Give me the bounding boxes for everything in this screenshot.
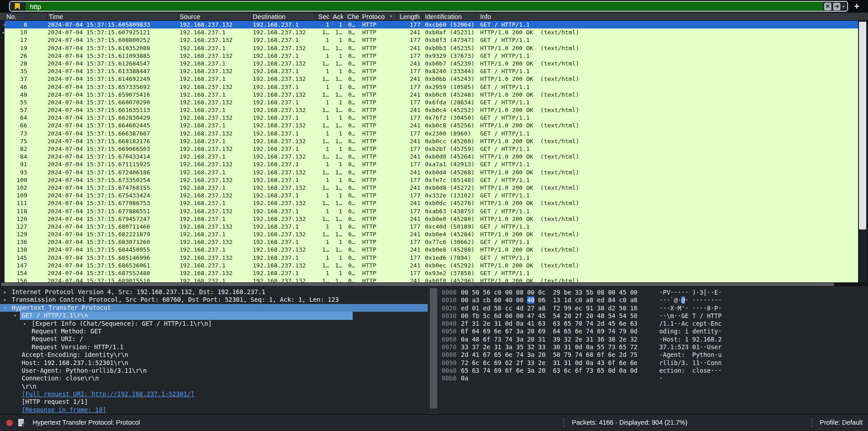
expand-arrow-icon[interactable]: ▸: [4, 296, 7, 304]
packet-cell-len: 241: [397, 44, 423, 52]
hex-row[interactable]: 00600a 48 6f 73 74 3a 20 31 39 32 2e 31 …: [442, 336, 868, 343]
packet-row[interactable]: 1182024-07-04 15:37:15.677886551192.168.…: [0, 207, 858, 215]
packet-row[interactable]: 1362024-07-04 15:37:15.683071260192.168.…: [0, 238, 858, 246]
detail-line[interactable]: [Response in frame: 10]: [0, 406, 429, 414]
packet-row[interactable]: 192024-07-04 15:37:15.610352088192.168.2…: [0, 44, 858, 52]
packet-row[interactable]: 842024-07-04 15:37:15.670433414192.168.2…: [0, 153, 858, 160]
detail-line[interactable]: Accept-Encoding: identity\r\n: [0, 351, 429, 359]
packet-row[interactable]: 1452024-07-04 15:37:15.685146996192.168.…: [0, 254, 858, 262]
column-header-len[interactable]: Length: [397, 13, 423, 20]
packet-row[interactable]: 1382024-07-04 15:37:15.684450955192.168.…: [0, 246, 858, 253]
apply-filter-button[interactable]: ➜: [833, 3, 840, 10]
packet-row[interactable]: 282024-07-04 15:37:15.612684547192.168.2…: [0, 60, 858, 67]
add-filter-button[interactable]: +: [852, 1, 862, 11]
detail-line[interactable]: ▾Hypertext Transfer Protocol: [0, 304, 429, 312]
packet-row[interactable]: 642024-07-04 15:37:15.662830429192.168.2…: [0, 114, 858, 122]
bookmark-button[interactable]: [10, 2, 25, 11]
scrollbar-thumb[interactable]: [1, 283, 834, 286]
packet-cell-ident: 0xb0d0 (45264): [423, 153, 476, 160]
details-vertical-scrollbar[interactable]: [429, 286, 439, 414]
hex-row[interactable]: 00a065 63 74 69 6f 6e 3a 20 63 6c 6f 73 …: [442, 367, 868, 375]
packet-row[interactable]: 662024-07-04 15:37:15.664602445192.168.2…: [0, 122, 858, 129]
column-header-dst[interactable]: Destination: [252, 13, 316, 20]
detail-line[interactable]: Host: 192.168.237.1:52301\r\n: [0, 359, 429, 367]
detail-line[interactable]: Request URI: /: [0, 335, 429, 343]
packet-row[interactable]: 1092024-07-04 15:37:15.675433424192.168.…: [0, 192, 858, 199]
packet-row[interactable]: 482024-07-04 15:37:15.659075416192.168.2…: [0, 91, 858, 98]
packet-row[interactable]: 822024-07-04 15:37:15.669066503192.168.2…: [0, 145, 858, 153]
detail-line[interactable]: [Full request URI: http://192.168.237.1:…: [0, 390, 429, 398]
detail-line[interactable]: \r\n: [0, 383, 429, 390]
detail-line[interactable]: ▾GET / HTTP/1.1\r\n: [0, 312, 429, 319]
detail-line[interactable]: ▸Internet Protocol Version 4, Src: 192.1…: [0, 288, 429, 296]
expert-info-icon[interactable]: [6, 420, 13, 426]
packet-cell-no: 73: [5, 130, 47, 137]
packet-row[interactable]: 1002024-07-04 15:37:15.673350254192.168.…: [0, 176, 858, 184]
packet-row[interactable]: 352024-07-04 15:37:15.613388447192.168.2…: [0, 67, 858, 75]
packet-row[interactable]: 732024-07-04 15:37:15.666387667192.168.2…: [0, 130, 858, 137]
packet-row[interactable]: 572024-07-04 15:37:15.661635113192.168.2…: [0, 106, 858, 114]
detail-line[interactable]: [HTTP request 1/1]: [0, 398, 429, 406]
hex-row[interactable]: 000000 50 56 c0 00 08 00 0c 29 be 33 5b …: [442, 289, 868, 296]
detail-line[interactable]: ▸Transmission Control Protocol, Src Port…: [0, 296, 429, 304]
hex-row[interactable]: 00802d 41 67 65 6e 74 3a 20 50 79 74 68 …: [442, 351, 868, 359]
packet-row[interactable]: 1542024-07-04 15:37:15.687552480192.168.…: [0, 269, 858, 277]
packet-row[interactable]: 752024-07-04 15:37:15.668182176192.168.2…: [0, 137, 858, 145]
packet-row[interactable]: 1202024-07-04 15:37:15.679457247192.168.…: [0, 215, 858, 223]
chevron-down-icon[interactable]: ▾: [842, 4, 844, 9]
clear-filter-button[interactable]: ✕: [824, 3, 831, 10]
detail-line[interactable]: Request Method: GET: [0, 328, 429, 335]
packet-row[interactable]: ←102024-07-04 15:37:15.607925121192.168.…: [0, 28, 858, 36]
detail-line[interactable]: Request Version: HTTP/1.1: [0, 343, 429, 351]
hex-row[interactable]: 00b00a ·: [442, 375, 868, 382]
column-header-no[interactable]: No.: [0, 13, 47, 20]
packet-row[interactable]: 1112024-07-04 15:37:15.677086753192.168.…: [0, 199, 858, 207]
column-header-seq[interactable]: Sec: [316, 13, 330, 20]
packet-row[interactable]: 1292024-07-04 15:37:15.682221879192.168.…: [0, 230, 858, 238]
packet-row[interactable]: 1022024-07-04 15:37:15.674768155192.168.…: [0, 184, 858, 192]
capture-comment-icon[interactable]: [18, 419, 24, 426]
packet-list-horizontal-scrollbar[interactable]: [0, 282, 858, 286]
hex-row[interactable]: 009072 6c 6c 69 62 2f 33 2e 31 31 0d 0a …: [442, 359, 868, 367]
column-header-time[interactable]: Time: [47, 13, 179, 20]
column-header-proto[interactable]: Protoco▼: [360, 13, 397, 20]
collapse-arrow-icon[interactable]: ▾: [4, 304, 7, 312]
display-filter-input[interactable]: http: [25, 2, 823, 11]
packet-row[interactable]: 1562024-07-04 15:37:15.689015510192.168.…: [0, 277, 858, 282]
hex-row[interactable]: 001000 a3 cb 60 40 00 40 06 13 1d c0 a8 …: [442, 296, 868, 304]
detail-link[interactable]: [Response in frame: 10]: [22, 406, 106, 414]
packet-list-vertical-scrollbar[interactable]: [858, 21, 867, 282]
column-header-ident[interactable]: Identification: [423, 13, 476, 20]
profile-selector[interactable]: Profile: Default: [820, 419, 863, 426]
detail-link[interactable]: [Full request URI: http://192.168.237.1:…: [22, 390, 194, 398]
scrollbar-thumb[interactable]: [859, 22, 866, 230]
collapse-arrow-icon[interactable]: ▾: [14, 312, 17, 319]
packet-row[interactable]: 912024-07-04 15:37:15.671115925192.168.2…: [0, 160, 858, 168]
detail-line[interactable]: User-Agent: Python-urllib/3.11\r\n: [0, 367, 429, 375]
column-header-chk[interactable]: Che: [344, 13, 360, 20]
packet-row[interactable]: 552024-07-04 15:37:15.660070290192.168.2…: [0, 98, 858, 106]
packet-row[interactable]: 262024-07-04 15:37:15.611093885192.168.2…: [0, 52, 858, 60]
packet-row[interactable]: →82024-07-04 15:37:15.605809833192.168.2…: [0, 21, 858, 28]
expand-arrow-icon[interactable]: ▸: [4, 288, 7, 296]
detail-line[interactable]: ▸[Expert Info (Chat/Sequence): GET / HTT…: [0, 320, 429, 328]
hex-row[interactable]: 00402f 31 2e 31 0d 0a 41 63 63 65 70 74 …: [442, 320, 868, 328]
column-header-info[interactable]: Info: [476, 13, 868, 20]
detail-line[interactable]: Connection: close\r\n: [0, 375, 429, 382]
hex-row[interactable]: 00506f 64 69 6e 67 3a 20 69 64 65 6e 74 …: [442, 328, 868, 335]
packet-cell-no: 102: [5, 184, 47, 192]
packet-row[interactable]: 932024-07-04 15:37:15.672406186192.168.2…: [0, 169, 858, 176]
packet-row[interactable]: 1272024-07-04 15:37:15.680711466192.168.…: [0, 223, 858, 230]
column-header-src[interactable]: Source: [179, 13, 252, 20]
hex-row[interactable]: 0020ed 01 ed 58 cc 4d 27 a8 f2 99 ec 91 …: [442, 305, 868, 312]
column-header-ack[interactable]: Ack: [330, 13, 344, 20]
packet-row[interactable]: 372024-07-04 15:37:15.614692249192.168.2…: [0, 75, 858, 83]
packet-row[interactable]: 462024-07-04 15:37:15.657335692192.168.2…: [0, 83, 858, 91]
packet-row[interactable]: 172024-07-04 15:37:15.608800252192.168.2…: [0, 36, 858, 44]
packet-cell-chk: 0…: [344, 83, 360, 91]
packet-row[interactable]: 1472024-07-04 15:37:15.686536061192.168.…: [0, 262, 858, 269]
scrollbar-thumb[interactable]: [430, 288, 437, 408]
hex-row[interactable]: 007033 37 2e 31 3a 35 32 33 30 31 0d 0a …: [442, 343, 868, 351]
expand-arrow-icon[interactable]: ▸: [24, 320, 27, 328]
hex-row[interactable]: 003000 fb 5c 6d 00 00 47 45 54 20 2f 20 …: [442, 312, 868, 320]
